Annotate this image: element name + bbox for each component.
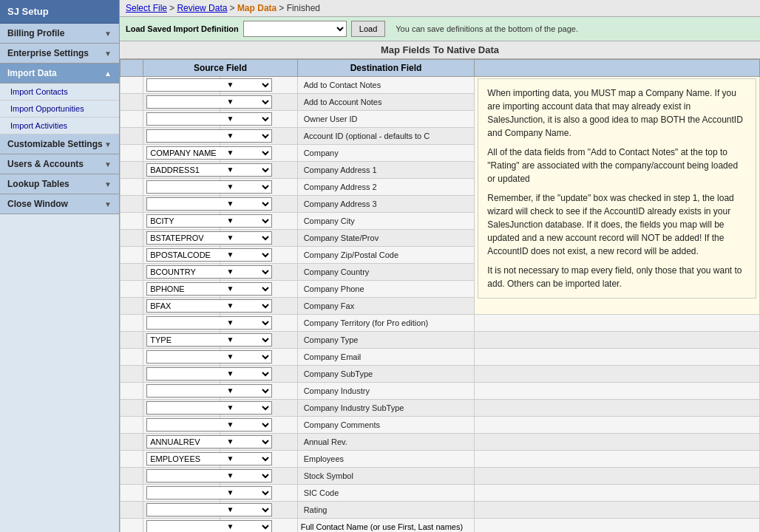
source-select[interactable]: ANNUALREV <box>146 435 272 449</box>
sidebar-section-enterprise: Enterprise Settings ▼ <box>0 44 119 64</box>
source-select[interactable] <box>146 129 272 143</box>
destination-field-cell: SIC Code <box>297 485 475 502</box>
load-label: Load Saved Import Definition <box>126 24 239 33</box>
source-select[interactable] <box>146 180 272 194</box>
main-content: Select File > Review Data > Map Data > F… <box>120 0 760 532</box>
map-table-area[interactable]: Source Field Destination Field ▼Add to C… <box>120 59 760 532</box>
col-header-info <box>475 60 760 77</box>
info-cell <box>475 332 760 349</box>
map-table: Source Field Destination Field ▼Add to C… <box>120 59 760 532</box>
info-cell: When importing data, you MUST map a Comp… <box>475 77 760 315</box>
saved-definition-select[interactable] <box>243 21 347 37</box>
destination-label: Company Comments <box>301 420 380 429</box>
info-cell <box>475 383 760 400</box>
destination-field-cell: Company City <box>297 213 475 230</box>
source-select[interactable] <box>146 486 272 499</box>
sidebar-item-enterprise-settings[interactable]: Enterprise Settings ▼ <box>0 44 119 64</box>
source-select[interactable] <box>146 78 272 92</box>
destination-field-cell: Add to Account Notes <box>297 94 475 111</box>
source-field-cell <box>143 485 220 502</box>
destination-field-cell: Annual Rev. <box>297 434 475 451</box>
table-row: ▼Company Email <box>121 349 760 366</box>
load-button[interactable]: Load <box>351 21 385 37</box>
source-select[interactable]: EMPLOYEES <box>146 452 272 466</box>
destination-label: Company Zip/Postal Code <box>301 250 398 259</box>
source-select[interactable] <box>146 367 272 381</box>
chevron-icon: ▼ <box>104 140 112 149</box>
destination-field-cell: Company Type <box>297 332 475 349</box>
destination-field-cell: Owner User ID <box>297 111 475 128</box>
destination-label: Stock Symbol <box>301 471 353 480</box>
source-select[interactable] <box>146 316 272 330</box>
source-select[interactable]: BPOSTALCODE <box>146 248 272 262</box>
breadcrumb-select-file[interactable]: Select File <box>126 3 167 13</box>
table-row: ▼SIC Code <box>121 485 760 502</box>
breadcrumb-sep2: > <box>230 3 237 13</box>
row-check-cell <box>121 179 143 196</box>
sidebar-item-customizable-settings[interactable]: Customizable Settings ▼ <box>0 134 119 154</box>
source-select[interactable] <box>146 503 272 516</box>
source-select[interactable] <box>146 418 272 432</box>
source-select[interactable] <box>146 469 272 482</box>
info-cell <box>475 485 760 502</box>
table-row: ▼Company Territory (for Pro edition) <box>121 315 760 332</box>
source-select[interactable] <box>146 384 272 398</box>
destination-label: Rating <box>301 505 328 514</box>
info-cell <box>475 502 760 519</box>
table-row: ▼Company SubType <box>121 366 760 383</box>
table-row: ▼Add to Contact NotesWhen importing data… <box>121 77 760 94</box>
row-check-cell <box>121 264 143 281</box>
table-row: EMPLOYEES▼Employees <box>121 451 760 468</box>
row-check-cell <box>121 468 143 485</box>
source-select[interactable] <box>146 197 272 211</box>
destination-field-cell: Rating <box>297 502 475 519</box>
source-select[interactable] <box>146 401 272 415</box>
info-paragraph: Remember, if the "update" box was checke… <box>487 191 747 258</box>
source-field-cell: COMPANY NAME <box>143 145 220 162</box>
sidebar-item-import-data[interactable]: Import Data ▲ <box>0 64 119 83</box>
source-select[interactable]: BCOUNTRY <box>146 265 272 279</box>
sidebar-item-import-opportunities[interactable]: Import Opportunities <box>0 100 119 117</box>
source-select[interactable]: TYPE <box>146 333 272 347</box>
sidebar-item-users-accounts[interactable]: Users & Accounts ▼ <box>0 154 119 174</box>
source-field-cell: BCOUNTRY <box>143 264 220 281</box>
row-check-cell <box>121 94 143 111</box>
destination-field-cell: Company Industry SubType <box>297 400 475 417</box>
source-field-cell: EMPLOYEES <box>143 451 220 468</box>
source-select[interactable] <box>146 95 272 109</box>
row-check-cell <box>121 298 143 315</box>
destination-label: Company Address 1 <box>301 166 377 174</box>
row-check-cell <box>121 434 143 451</box>
info-cell <box>475 468 760 485</box>
source-select[interactable]: COMPANY NAME <box>146 146 272 160</box>
destination-field-cell: Company Address 1 <box>297 162 475 179</box>
source-select[interactable]: BADDRESS1 <box>146 163 272 177</box>
load-bar: Load Saved Import Definition Load You ca… <box>120 17 760 41</box>
row-check-cell <box>121 315 143 332</box>
col-header-dest: Destination Field <box>297 60 475 77</box>
destination-field-cell: Company Email <box>297 349 475 366</box>
row-check-cell <box>121 213 143 230</box>
destination-field-cell: Company Address 3 <box>297 196 475 213</box>
source-select[interactable] <box>146 520 272 532</box>
source-select[interactable]: BSTATEPROV <box>146 231 272 245</box>
source-select[interactable]: BCITY <box>146 214 272 228</box>
destination-label: Add to Contact Notes <box>301 81 381 89</box>
source-select[interactable]: BFAX <box>146 299 272 313</box>
destination-label: Company Phone <box>301 284 364 293</box>
source-select[interactable] <box>146 350 272 364</box>
table-row: ▼Stock Symbol <box>121 468 760 485</box>
breadcrumb-review-data[interactable]: Review Data <box>177 3 227 13</box>
sidebar-item-lookup-tables[interactable]: Lookup Tables ▼ <box>0 174 119 194</box>
row-check-cell <box>121 111 143 128</box>
destination-label: Account ID (optional - defaults to C <box>301 132 430 140</box>
sidebar-item-billing-profile[interactable]: Billing Profile ▼ <box>0 24 119 44</box>
source-select[interactable] <box>146 112 272 126</box>
source-select[interactable]: BPHONE <box>146 282 272 296</box>
source-field-cell <box>143 519 220 533</box>
sidebar-item-close-window[interactable]: Close Window ▼ <box>0 194 119 214</box>
breadcrumb-map-data: Map Data <box>237 3 276 13</box>
sidebar-item-import-contacts[interactable]: Import Contacts <box>0 83 119 100</box>
sidebar-item-import-activities[interactable]: Import Activities <box>0 117 119 134</box>
info-cell <box>475 400 760 417</box>
